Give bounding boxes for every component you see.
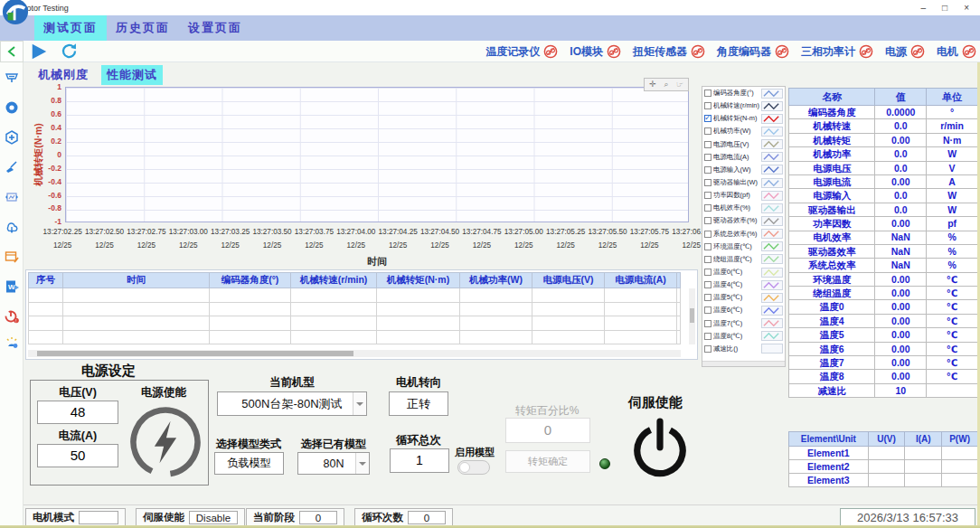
play-button[interactable] — [30, 42, 48, 61]
legend-checkbox[interactable] — [704, 141, 711, 148]
line-style-swatch[interactable] — [761, 280, 783, 290]
legend-checkbox[interactable] — [704, 306, 711, 314]
legend-item[interactable]: 绕组温度(℃) — [702, 253, 785, 266]
legend-item[interactable]: 减速比() — [702, 343, 785, 355]
nav-tab[interactable]: 历史页面 — [107, 15, 179, 41]
nav-tab[interactable]: 测试页面 — [34, 15, 107, 41]
legend-scrollbar[interactable] — [702, 361, 785, 366]
word-export-icon[interactable]: W — [5, 279, 19, 294]
device-status[interactable]: 温度记录仪 — [485, 44, 558, 60]
legend-checkbox[interactable] — [704, 154, 711, 161]
legend-item[interactable]: 电源输入(W) — [702, 164, 785, 176]
line-style-swatch[interactable] — [761, 241, 783, 251]
line-style-swatch[interactable] — [761, 254, 783, 264]
device-status[interactable]: IO模块 — [570, 44, 621, 60]
module-add-icon[interactable] — [5, 130, 19, 145]
form-edit-icon[interactable] — [5, 250, 19, 264]
legend-item[interactable]: 温度5(℃) — [702, 291, 785, 304]
subtab[interactable]: 机械刚度 — [33, 65, 94, 85]
line-style-swatch[interactable] — [761, 165, 783, 174]
line-style-swatch[interactable] — [761, 216, 783, 226]
line-style-swatch[interactable] — [761, 191, 783, 201]
legend-checkbox[interactable] — [704, 345, 711, 353]
legend-checkbox[interactable] — [704, 231, 711, 238]
legend-item[interactable]: 温度8(℃) — [702, 330, 785, 343]
legend-checkbox[interactable] — [704, 179, 711, 186]
legend-item[interactable]: 环境温度(℃) — [702, 240, 785, 253]
subtab[interactable]: 性能测试 — [101, 65, 163, 85]
legend-checkbox[interactable] — [704, 320, 711, 327]
refresh-button[interactable] — [60, 42, 79, 61]
enable-model-toggle[interactable] — [457, 460, 490, 475]
legend-checkbox[interactable] — [704, 192, 711, 199]
legend-checkbox[interactable] — [704, 115, 711, 122]
cycle-chart-icon[interactable] — [5, 190, 19, 204]
plot-area[interactable] — [65, 87, 689, 222]
line-style-swatch[interactable] — [761, 152, 783, 162]
line-style-swatch[interactable] — [761, 331, 783, 341]
legend-item[interactable]: 温度4(℃) — [702, 278, 785, 291]
broom-icon[interactable] — [5, 160, 19, 174]
device-status[interactable]: 角度编码器 — [717, 44, 789, 60]
power-alert-icon[interactable]: ! — [5, 309, 19, 324]
disc-gear-icon[interactable] — [5, 100, 19, 115]
cloud-download-icon[interactable] — [5, 220, 19, 234]
power-enable-button[interactable] — [127, 404, 203, 480]
zoom-tool-icon[interactable]: ⌕ — [661, 80, 672, 90]
line-style-swatch[interactable] — [761, 344, 783, 354]
line-style-swatch[interactable] — [761, 101, 783, 111]
line-style-swatch[interactable] — [761, 178, 783, 188]
pan-tool-icon[interactable]: ☞ — [674, 80, 685, 90]
line-style-swatch[interactable] — [761, 306, 783, 316]
line-style-swatch[interactable] — [761, 89, 783, 99]
legend-checkbox[interactable] — [704, 204, 711, 212]
legend-checkbox[interactable] — [704, 269, 711, 276]
legend-item[interactable]: 电机效率(%) — [702, 202, 785, 214]
legend-item[interactable]: 温度7(℃) — [702, 317, 785, 330]
line-style-swatch[interactable] — [761, 318, 783, 328]
line-style-swatch[interactable] — [761, 268, 783, 278]
legend-checkbox[interactable] — [704, 127, 711, 135]
vertical-scrollbar[interactable] — [689, 288, 695, 344]
line-style-swatch[interactable] — [761, 203, 783, 213]
current-input[interactable]: 50 — [37, 444, 118, 467]
line-style-swatch[interactable] — [761, 293, 783, 303]
back-button[interactable] — [0, 41, 24, 62]
device-status[interactable]: 电机 — [937, 44, 976, 60]
legend-item[interactable]: 温度0(℃) — [702, 266, 785, 278]
device-status[interactable]: 扭矩传感器 — [633, 44, 705, 60]
serial-connector-icon[interactable] — [5, 71, 19, 85]
legend-item[interactable]: 机械功率(W) — [702, 125, 785, 137]
existing-model-dropdown[interactable]: 80N — [297, 452, 370, 475]
legend-item[interactable]: 温度6(℃) — [702, 304, 785, 316]
legend-item[interactable]: 电源电压(V) — [702, 138, 785, 151]
maximize-button[interactable]: □ — [942, 3, 947, 13]
legend-item[interactable]: 编码器角度(°) — [702, 87, 785, 99]
alarm-icon[interactable] — [5, 335, 19, 349]
nav-tab[interactable]: 设置页面 — [179, 15, 251, 41]
line-style-swatch[interactable] — [761, 114, 783, 124]
servo-enable-button[interactable] — [627, 411, 693, 480]
horizontal-scrollbar[interactable] — [28, 350, 681, 357]
legend-item[interactable]: 机械转速(r/min) — [702, 99, 785, 112]
legend-checkbox[interactable] — [704, 294, 711, 301]
legend-checkbox[interactable] — [704, 90, 711, 97]
model-type-value[interactable]: 负载模型 — [214, 452, 284, 475]
minimize-button[interactable]: – — [921, 3, 927, 13]
legend-item[interactable]: 功率因数(pf) — [702, 189, 785, 202]
voltage-input[interactable]: 48 — [37, 401, 118, 424]
legend-checkbox[interactable] — [704, 243, 711, 250]
legend-item[interactable]: 电源电流(A) — [702, 151, 785, 164]
legend-checkbox[interactable] — [704, 102, 711, 109]
cursor-tool-icon[interactable]: ✛ — [647, 80, 658, 90]
torque-confirm-button[interactable]: 转矩确定 — [505, 450, 590, 473]
legend-checkbox[interactable] — [704, 333, 711, 340]
line-style-swatch[interactable] — [761, 127, 783, 137]
line-style-swatch[interactable] — [761, 139, 783, 149]
current-model-dropdown[interactable]: 500N台架-80N测试 — [217, 391, 367, 416]
line-style-swatch[interactable] — [761, 229, 783, 239]
legend-checkbox[interactable] — [704, 256, 711, 263]
torque-percent-input[interactable]: 0 — [505, 418, 590, 443]
legend-item[interactable]: 系统总效率(%) — [702, 228, 785, 240]
close-button[interactable]: × — [964, 3, 969, 13]
